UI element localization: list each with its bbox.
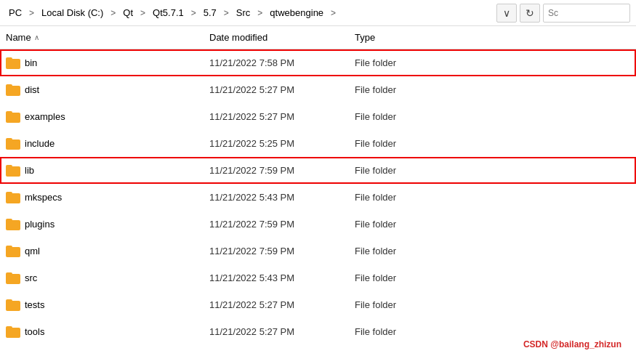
folder-icon xyxy=(6,298,20,311)
dropdown-button[interactable]: ∨ xyxy=(496,4,517,23)
file-name-cell: plugins xyxy=(0,217,204,230)
sep-3: > xyxy=(190,8,198,18)
file-type: File folder xyxy=(349,138,480,149)
breadcrumb-qtwebengine[interactable]: qtwebengine xyxy=(267,6,326,20)
file-name-cell: include xyxy=(0,137,204,150)
table-row[interactable]: include 11/21/2022 5:25 PM File folder xyxy=(0,130,636,157)
sep-2: > xyxy=(139,8,147,18)
table-row[interactable]: qml 11/21/2022 7:59 PM File folder xyxy=(0,238,636,264)
sep-0: > xyxy=(28,8,36,18)
file-name: include xyxy=(25,138,55,149)
sep-4: > xyxy=(222,8,230,18)
col-type[interactable]: Type xyxy=(349,29,480,46)
folder-icon xyxy=(6,110,20,123)
table-row[interactable]: bin 11/21/2022 7:58 PM File folder xyxy=(0,49,636,76)
file-type: File folder xyxy=(349,326,480,337)
table-row[interactable]: dist 11/21/2022 5:27 PM File folder xyxy=(0,76,636,103)
file-type: File folder xyxy=(349,84,480,95)
folder-icon xyxy=(6,137,20,150)
file-name: mkspecs xyxy=(25,192,62,203)
file-name-cell: tests xyxy=(0,298,204,311)
breadcrumb-qt571[interactable]: Qt5.7.1 xyxy=(150,6,187,20)
folder-icon xyxy=(6,244,20,257)
table-row[interactable]: mkspecs 11/21/2022 5:43 PM File folder xyxy=(0,184,636,211)
col-name[interactable]: Name ∧ xyxy=(0,29,204,46)
file-name-cell: src xyxy=(0,271,204,284)
table-row[interactable]: plugins 11/21/2022 7:59 PM File folder xyxy=(0,211,636,238)
file-date: 11/21/2022 7:59 PM xyxy=(204,165,349,176)
file-date: 11/21/2022 5:25 PM xyxy=(204,138,349,149)
table-row[interactable]: src 11/21/2022 5:43 PM File folder xyxy=(0,264,636,291)
breadcrumb-src[interactable]: Src xyxy=(233,6,254,20)
file-name-cell: lib xyxy=(0,163,204,177)
file-name: examples xyxy=(25,111,65,122)
file-date: 11/21/2022 7:59 PM xyxy=(204,246,349,256)
watermark: CSDN @bailang_zhizun xyxy=(523,339,621,349)
file-date: 11/21/2022 5:43 PM xyxy=(204,272,349,283)
file-name: lib xyxy=(25,165,34,176)
file-date: 11/21/2022 5:27 PM xyxy=(204,299,349,310)
file-name: tests xyxy=(25,299,44,310)
folder-icon xyxy=(6,217,20,230)
file-name-cell: tools xyxy=(0,325,204,338)
breadcrumb-qt[interactable]: Qt xyxy=(120,6,136,20)
file-type: File folder xyxy=(349,246,480,256)
file-type: File folder xyxy=(349,219,480,230)
file-type: File folder xyxy=(349,299,480,310)
folder-icon xyxy=(6,163,20,177)
file-date: 11/21/2022 7:58 PM xyxy=(204,57,349,68)
sep-6: > xyxy=(329,8,337,18)
file-name: tools xyxy=(25,326,44,337)
file-type: File folder xyxy=(349,272,480,283)
file-type: File folder xyxy=(349,57,480,68)
file-date: 11/21/2022 7:59 PM xyxy=(204,219,349,230)
file-date: 11/21/2022 5:27 PM xyxy=(204,326,349,337)
folder-icon xyxy=(6,56,20,69)
file-name: plugins xyxy=(25,219,55,230)
column-headers: Name ∧ Date modified Type xyxy=(0,26,636,49)
file-date: 11/21/2022 5:43 PM xyxy=(204,192,349,203)
breadcrumb-57[interactable]: 5.7 xyxy=(201,6,220,20)
file-name: src xyxy=(25,272,37,283)
folder-icon xyxy=(6,83,20,96)
sort-arrow: ∧ xyxy=(34,33,39,41)
sep-5: > xyxy=(256,8,264,18)
content-area: Name ∧ Date modified Type bin 11/21/2022… xyxy=(0,26,636,364)
folder-icon xyxy=(6,190,20,203)
table-row[interactable]: lib 11/21/2022 7:59 PM File folder xyxy=(0,157,636,184)
folder-icon xyxy=(6,271,20,284)
file-list: bin 11/21/2022 7:58 PM File folder dist … xyxy=(0,49,636,364)
file-name-cell: examples xyxy=(0,110,204,123)
file-name: qml xyxy=(25,246,40,256)
file-type: File folder xyxy=(349,192,480,203)
file-date: 11/21/2022 5:27 PM xyxy=(204,111,349,122)
col-date[interactable]: Date modified xyxy=(204,29,349,46)
file-date: 11/21/2022 5:27 PM xyxy=(204,84,349,95)
file-name: bin xyxy=(25,57,37,68)
search-input[interactable] xyxy=(543,4,630,23)
file-name-cell: bin xyxy=(0,56,204,69)
file-name-cell: dist xyxy=(0,83,204,96)
sep-1: > xyxy=(109,8,117,18)
file-name-cell: qml xyxy=(0,244,204,257)
breadcrumb-pc[interactable]: PC xyxy=(6,6,25,20)
breadcrumb-local-disk[interactable]: Local Disk (C:) xyxy=(39,6,106,20)
folder-icon xyxy=(6,325,20,338)
file-type: File folder xyxy=(349,111,480,122)
file-name-cell: mkspecs xyxy=(0,190,204,203)
address-bar-controls: ∨ ↻ xyxy=(496,4,630,23)
table-row[interactable]: tests 11/21/2022 5:27 PM File folder xyxy=(0,291,636,318)
table-row[interactable]: examples 11/21/2022 5:27 PM File folder xyxy=(0,103,636,130)
address-bar[interactable]: PC > Local Disk (C:) > Qt > Qt5.7.1 > 5.… xyxy=(0,0,636,26)
file-type: File folder xyxy=(349,165,480,176)
refresh-button[interactable]: ↻ xyxy=(520,4,540,23)
file-name: dist xyxy=(25,84,39,95)
col-extra xyxy=(480,29,636,46)
